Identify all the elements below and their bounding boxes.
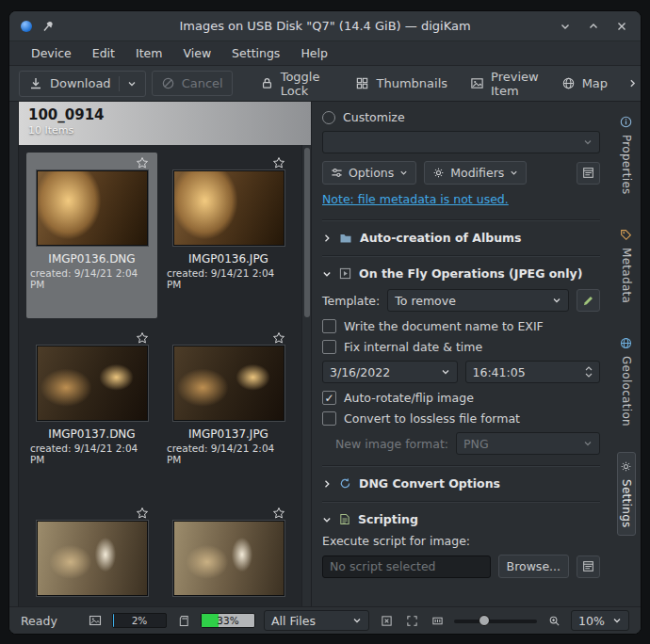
- customize-label: Customize: [343, 110, 405, 124]
- thumbnails-button[interactable]: Thumbnails: [347, 72, 456, 95]
- zoom-combobox[interactable]: 10%: [571, 610, 629, 631]
- cancel-button[interactable]: Cancel: [152, 71, 233, 96]
- thumbnail-filename: IMGP0136.DNG: [48, 252, 135, 266]
- spin-arrows-icon[interactable]: [585, 366, 593, 378]
- tab-geolocation[interactable]: Geolocation: [617, 329, 636, 435]
- menu-edit[interactable]: Edit: [84, 43, 123, 63]
- star-icon[interactable]: [136, 331, 149, 345]
- minimize-button[interactable]: [558, 19, 573, 34]
- convert-lossless-checkbox[interactable]: [322, 411, 336, 426]
- section-scripting[interactable]: Scripting: [322, 507, 600, 532]
- sidebar-tabs: Properties Metadata Geolocation Settings: [611, 102, 641, 606]
- star-icon[interactable]: [272, 507, 285, 520]
- thumbnail-item[interactable]: IMGP0136.JPG created: 9/14/21 2:04 PM: [163, 153, 294, 318]
- convert-lossless-label: Convert to lossless file format: [344, 411, 520, 426]
- pin-icon[interactable]: [41, 20, 55, 33]
- chevron-down-icon: [583, 137, 593, 147]
- customize-combobox[interactable]: [322, 131, 600, 153]
- statusbar: Ready 2% 33% All Files: [9, 606, 641, 634]
- thumbnail-scrollbar[interactable]: [301, 145, 311, 606]
- metadata-note-link[interactable]: Note: file metadata is not used.: [322, 192, 600, 206]
- thumbnail-item[interactable]: IMGP0137.DNG created: 9/14/21 2:04 PM: [26, 328, 157, 493]
- time-spinbox[interactable]: 16:41:05: [465, 361, 601, 383]
- zoom-select-icon[interactable]: [378, 612, 395, 629]
- gear-icon: [432, 167, 445, 179]
- fix-datetime-label: Fix internal date & time: [344, 340, 482, 354]
- modifiers-button[interactable]: Modifiers: [424, 161, 527, 185]
- toggle-lock-button[interactable]: Toggle Lock: [252, 65, 329, 103]
- tab-properties[interactable]: Properties: [617, 107, 636, 203]
- download-button[interactable]: Download: [19, 71, 146, 97]
- star-icon[interactable]: [136, 156, 149, 169]
- token-reference-button[interactable]: [577, 162, 600, 185]
- battery-percent: 2%: [113, 614, 166, 627]
- template-edit-button[interactable]: [577, 289, 600, 312]
- write-exif-label: Write the document name to EXIF: [344, 319, 544, 333]
- star-icon[interactable]: [272, 156, 285, 169]
- fit-window-icon[interactable]: [403, 612, 420, 629]
- star-icon[interactable]: [272, 331, 285, 345]
- scrollbar-thumb[interactable]: [304, 148, 310, 317]
- script-info-button[interactable]: [577, 555, 600, 578]
- slider-handle[interactable]: [479, 615, 490, 626]
- file-filter-combobox[interactable]: All Files: [264, 610, 369, 631]
- section-on-the-fly[interactable]: On the Fly Operations (JPEG only): [322, 261, 600, 286]
- map-button[interactable]: Map: [553, 72, 616, 95]
- template-combobox[interactable]: To remove: [387, 289, 569, 312]
- options-button[interactable]: Options: [322, 161, 416, 185]
- close-button[interactable]: [614, 19, 629, 34]
- separator: [322, 219, 600, 220]
- photo-thumbnail: [173, 346, 284, 421]
- options-label: Options: [349, 166, 394, 180]
- browse-button[interactable]: Browse...: [498, 555, 569, 578]
- thumbnail-item[interactable]: IMGP0136.DNG created: 9/14/21 2:04 PM: [26, 153, 157, 318]
- zoom-in-icon[interactable]: [545, 612, 562, 629]
- zoom-100-icon[interactable]: [429, 612, 446, 629]
- maximize-button[interactable]: [586, 19, 601, 34]
- zoom-slider[interactable]: [454, 612, 537, 629]
- chevron-down-icon: [612, 616, 622, 625]
- thumbnail-item[interactable]: [163, 503, 294, 606]
- menu-help[interactable]: Help: [292, 43, 336, 63]
- chevron-down-icon[interactable]: [127, 79, 137, 89]
- star-icon[interactable]: [136, 507, 149, 520]
- toolbar-overflow-button[interactable]: [627, 78, 638, 89]
- write-exif-checkbox[interactable]: [322, 319, 336, 333]
- gear-icon: [620, 460, 632, 473]
- modifiers-label: Modifiers: [450, 166, 504, 180]
- album-count: 10 Items: [28, 124, 301, 137]
- chevron-down-icon: [322, 515, 332, 524]
- preview-item-button[interactable]: Preview Item: [462, 65, 547, 103]
- thumbnail-item[interactable]: [26, 503, 157, 606]
- tab-metadata[interactable]: Metadata: [617, 220, 636, 312]
- section-auto-creation-albums[interactable]: Auto-creation of Albums: [322, 225, 600, 250]
- tab-settings[interactable]: Settings: [617, 452, 636, 537]
- lock-icon: [260, 76, 274, 90]
- photo-thumbnail: [173, 170, 284, 246]
- auto-rotate-checkbox[interactable]: [322, 391, 336, 405]
- map-label: Map: [582, 76, 608, 90]
- sliders-icon: [331, 167, 343, 179]
- date-combobox[interactable]: 3/16/2022: [322, 361, 458, 383]
- file-filter-value: All Files: [271, 614, 345, 628]
- cancel-icon: [161, 76, 175, 90]
- thumbnail-filename: IMGP0136.JPG: [188, 252, 268, 266]
- menu-item[interactable]: Item: [127, 43, 171, 63]
- customize-radio[interactable]: [322, 111, 335, 124]
- thumbnail-item[interactable]: IMGP0137.JPG created: 9/14/21 2:04 PM: [163, 328, 294, 493]
- thumbnail-filename: IMGP0137.JPG: [188, 427, 268, 441]
- menu-device[interactable]: Device: [23, 43, 80, 63]
- thumbnail-panel: 100_0914 10 Items IMGP0136.DNG created: …: [18, 102, 312, 606]
- script-path-input[interactable]: [322, 555, 491, 578]
- chevron-down-icon: [352, 616, 362, 625]
- menu-settings[interactable]: Settings: [223, 43, 288, 63]
- separator: [322, 501, 600, 502]
- menu-view[interactable]: View: [174, 43, 219, 63]
- fix-datetime-checkbox[interactable]: [322, 340, 336, 354]
- chevron-down-icon: [322, 269, 332, 279]
- separator: [322, 255, 600, 256]
- section-dng-convert[interactable]: DNG Convert Options: [322, 471, 600, 496]
- status-text: Ready: [21, 614, 57, 628]
- photo-thumbnail: [37, 170, 148, 246]
- new-format-combobox[interactable]: PNG: [456, 432, 600, 455]
